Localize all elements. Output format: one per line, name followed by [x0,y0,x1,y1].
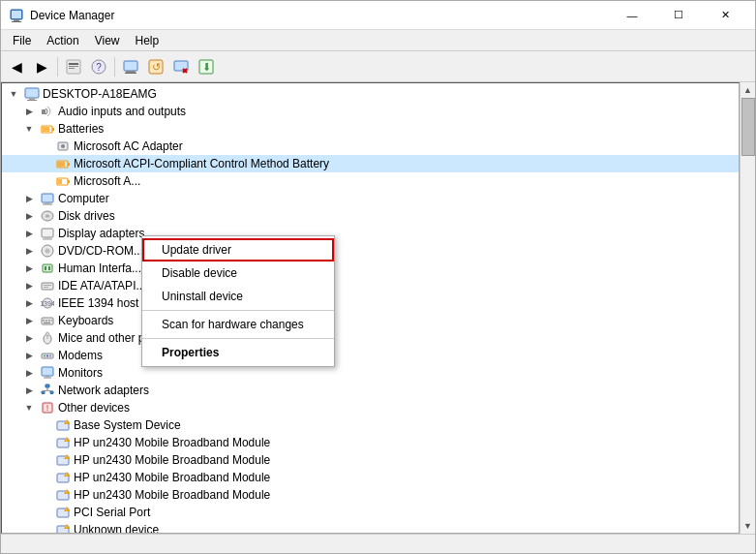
expand-root[interactable]: ▼ [6,86,21,102]
scroll-down-button[interactable]: ▼ [741,518,756,534]
status-bar [1,534,755,553]
expand-human[interactable]: ▶ [21,261,37,276]
tree-item-display[interactable]: ▶ Display adapters [2,225,739,242]
ctx-uninstall-device[interactable]: Uninstall device [142,285,334,308]
menu-action[interactable]: Action [39,30,86,50]
expand-other[interactable]: ▼ [21,400,37,416]
expand-ieee[interactable]: ▶ [21,295,37,311]
ctx-update-driver[interactable]: Update driver [142,238,334,262]
tree-item-hp1[interactable]: ! HP un2430 Mobile Broadband Module [2,434,739,451]
uninstall-button[interactable] [169,55,193,78]
download-button[interactable]: ⬇ [195,55,218,78]
tree-item-ms-acpi[interactable]: Microsoft ACPI-Compliant Control Method … [2,155,739,172]
svg-rect-56 [45,320,47,322]
mouse-icon [40,330,55,346]
vertical-scrollbar[interactable]: ▲ ▼ [740,82,755,534]
scan-button[interactable]: ↺ [144,55,167,78]
modem-icon [40,348,55,363]
toolbar-separator-1 [57,57,58,77]
ms-acpi-label: Microsoft ACPI-Compliant Control Method … [74,157,329,170]
expand-audio[interactable]: ▶ [21,104,37,119]
tree-item-audio[interactable]: ▶ Audio inputs and outputs [2,103,739,120]
battery-icon [40,121,55,137]
tree-item-human[interactable]: ▶ Human Interfa... [2,260,739,277]
tree-item-ieee[interactable]: ▶ 1394 IEEE 1394 host controllers [2,294,739,312]
svg-rect-68 [45,376,49,378]
expand-batteries[interactable]: ▼ [21,121,37,137]
tree-item-ide[interactable]: ▶ IDE ATA/ATAPI... [2,277,739,294]
properties-button[interactable] [62,55,85,78]
window-title: Device Manager [30,9,610,22]
title-bar: Device Manager — ☐ ✕ [1,1,755,30]
minimize-button[interactable]: — [610,1,654,30]
expand-network[interactable]: ▶ [21,383,37,398]
tree-item-pci[interactable]: ! PCI Serial Port [2,504,739,521]
tree-item-base-sys[interactable]: ! Base System Device [2,416,739,434]
tree-item-dvd[interactable]: ▶ DVD/CD-ROM... [2,242,739,260]
tree-root[interactable]: ▼ DESKTOP-A18EAMG [2,85,739,103]
tree-item-hp3[interactable]: ! HP un2430 Mobile Broadband Module [2,469,739,486]
expand-display[interactable]: ▶ [21,226,37,241]
unknown-label: Unknown device [74,523,159,534]
tree-item-mice[interactable]: ▶ Mice and other pointing devices [2,329,739,347]
svg-rect-30 [68,163,70,166]
expand-keyboards[interactable]: ▶ [21,313,37,328]
hp1-label: HP un2430 Mobile Broadband Module [74,436,270,449]
tree-item-computer[interactable]: ▶ Computer [2,190,739,207]
scroll-up-button[interactable]: ▲ [741,82,756,98]
svg-line-75 [47,390,52,391]
close-button[interactable]: ✕ [703,1,747,30]
expand-modems[interactable]: ▶ [21,348,37,363]
tree-item-monitors[interactable]: ▶ Monitors [2,364,739,382]
ctx-scan-hardware[interactable]: Scan for hardware changes [142,313,334,336]
display-icon [40,226,55,241]
svg-rect-67 [42,367,53,376]
keyboards-label: Keyboards [58,314,113,327]
ctx-properties[interactable]: Properties [142,341,334,364]
svg-rect-72 [50,391,53,394]
keyboard-icon [40,313,55,328]
svg-rect-47 [45,266,46,270]
human-label: Human Interfa... [58,262,141,275]
help-button[interactable]: ? [87,55,110,78]
svg-point-45 [46,250,48,252]
svg-rect-10 [124,61,137,71]
expand-ide[interactable]: ▶ [21,278,37,293]
app-icon [9,8,24,23]
tree-item-network[interactable]: ▶ Network adapters [2,382,739,399]
tree-item-other[interactable]: ▼ ! Other devices [2,399,739,416]
forward-button[interactable]: ▶ [30,55,53,78]
menu-view[interactable]: View [87,30,128,50]
tree-item-ms-a[interactable]: Microsoft A... [2,172,739,190]
menu-bar: File Action View Help [1,30,755,51]
tree-item-batteries[interactable]: ▼ Batteries [2,120,739,138]
network-icon [40,383,55,398]
svg-rect-49 [42,283,53,290]
tree-item-unknown[interactable]: ! Unknown device [2,521,739,534]
expand-dvd[interactable]: ▶ [21,243,37,259]
tree-item-modems[interactable]: ▶ Modems [2,347,739,364]
ctx-disable-device[interactable]: Disable device [142,262,334,285]
tree-item-disk[interactable]: ▶ Disk drives [2,207,739,225]
expand-monitors[interactable]: ▶ [21,365,37,381]
device-tree[interactable]: ▼ DESKTOP-A18EAMG ▶ [1,82,740,534]
batteries-label: Batteries [58,122,104,136]
svg-text:↺: ↺ [152,61,161,73]
expand-computer[interactable]: ▶ [21,191,37,206]
tree-item-hp2[interactable]: ! HP un2430 Mobile Broadband Module [2,451,739,469]
scroll-thumb[interactable] [741,98,755,156]
tree-item-keyboards[interactable]: ▶ Keyboards [2,312,739,329]
menu-file[interactable]: File [5,30,39,50]
back-button[interactable]: ◀ [5,55,28,78]
tree-item-hp4[interactable]: ! HP un2430 Mobile Broadband Module [2,486,739,504]
expand-mice[interactable]: ▶ [21,330,37,346]
tree-item-ms-ac[interactable]: Microsoft AC Adapter [2,138,739,155]
svg-rect-37 [43,204,52,205]
expand-disk[interactable]: ▶ [21,208,37,224]
svg-rect-59 [44,323,50,324]
audio-icon [40,104,55,119]
menu-help[interactable]: Help [128,30,167,50]
maximize-button[interactable]: ☐ [656,1,701,30]
scroll-track[interactable] [741,98,755,518]
computer-button[interactable] [119,55,142,78]
